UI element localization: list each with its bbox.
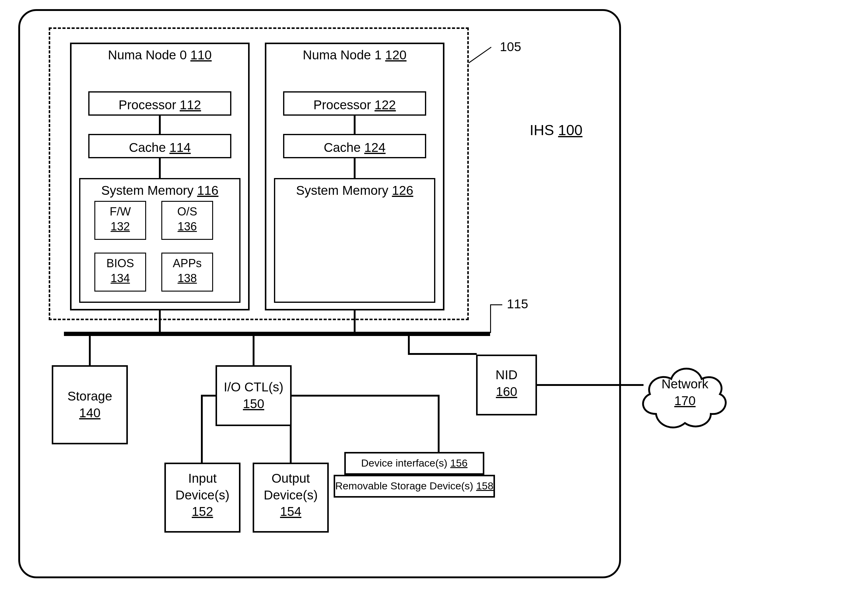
nid-labelrow: NID 160 [478, 356, 535, 400]
devint-text: Device interface(s) [361, 457, 447, 469]
system-memory-1: System Memory 126 [274, 178, 435, 303]
input-l1: Input [166, 470, 239, 487]
input-devices-box: Input Device(s) 152 [164, 463, 240, 533]
conn-ioctl-output [290, 426, 292, 463]
sysmem1-label-row: System Memory 126 [275, 179, 434, 199]
conn-ioctl-righth [292, 395, 439, 397]
devint-ref: 156 [450, 457, 468, 469]
output-l1: Output [254, 470, 327, 487]
storage-text: Storage [53, 388, 126, 405]
network-ref: 170 [645, 393, 724, 409]
input-labelrow: Input Device(s) 152 [166, 464, 239, 520]
node1-ref: 120 [385, 48, 407, 62]
conn-node1-bus [354, 311, 356, 333]
output-l2: Device(s) [254, 487, 327, 504]
conn-bus-storage [89, 333, 91, 365]
system-bus [64, 332, 490, 336]
node0-title: Numa Node 0 110 [71, 48, 248, 62]
input-ref: 152 [166, 503, 239, 520]
os-text: O/S [162, 204, 212, 219]
processor1-ref: 122 [374, 98, 396, 112]
remstor-ref: 158 [476, 480, 493, 491]
processor0-ref: 112 [180, 98, 201, 112]
sysmem0-ref: 116 [197, 183, 218, 198]
output-ref: 154 [254, 503, 327, 520]
nid-box: NID 160 [476, 354, 537, 415]
fw-ref: 132 [95, 219, 145, 234]
processor0-text: Processor [119, 98, 176, 112]
bios-text: BIOS [95, 256, 145, 271]
apps-ref: 138 [162, 271, 212, 286]
remstor-labelrow: Removable Storage Device(s) 158 [335, 476, 493, 493]
conn-nid-network [537, 384, 643, 386]
os-ref: 136 [162, 219, 212, 234]
conn-bus-ioctl [253, 333, 255, 365]
nid-text: NID [478, 367, 535, 384]
processor0-label-row: Processor 112 [89, 92, 230, 114]
storage-ref: 140 [53, 405, 126, 421]
cache-0: Cache 114 [88, 134, 231, 158]
callout-line-115v [490, 304, 491, 333]
processor-1: Processor 122 [283, 91, 426, 116]
nid-ref: 160 [478, 384, 535, 400]
processor1-text: Processor [314, 98, 371, 112]
remstor-text: Removable Storage Device(s) [335, 480, 474, 491]
conn-bus-nidv [408, 333, 410, 354]
conn-cache0-mem0 [159, 158, 161, 178]
input-l2: Device(s) [166, 487, 239, 504]
processor-0: Processor 112 [88, 91, 231, 116]
callout-115: 115 [507, 297, 528, 311]
bios-ref: 134 [95, 271, 145, 286]
devint-labelrow: Device interface(s) 156 [346, 454, 483, 470]
sysmem0-label-row: System Memory 116 [80, 179, 239, 199]
ihs-label: IHS 100 [530, 122, 582, 138]
cache0-text: Cache [129, 140, 165, 155]
apps-text: APPs [162, 256, 212, 271]
callout-line-115h [490, 304, 502, 305]
conn-cache1-mem1 [354, 158, 356, 178]
conn-ioctl-devint [438, 395, 439, 452]
output-devices-box: Output Device(s) 154 [253, 463, 329, 533]
conn-node0-bus [159, 311, 161, 333]
ioctl-ref: 150 [217, 396, 290, 412]
ioctl-text: I/O CTL(s) [217, 379, 290, 396]
conn-proc1-cache1 [354, 116, 356, 134]
conn-ioctl-input [201, 395, 203, 463]
conn-proc0-cache0 [159, 116, 161, 134]
removable-storage-box: Removable Storage Device(s) 158 [334, 475, 495, 498]
ihs-text: IHS [530, 122, 554, 138]
callout-105: 105 [500, 40, 521, 54]
cache1-ref: 124 [364, 140, 386, 155]
network-text: Network [645, 376, 724, 393]
processor1-label-row: Processor 122 [284, 92, 425, 114]
storage-labelrow: Storage 140 [53, 367, 126, 421]
cache0-label-row: Cache 114 [89, 135, 230, 157]
node1-title: Numa Node 1 120 [267, 48, 443, 62]
cache-1: Cache 124 [283, 134, 426, 158]
output-labelrow: Output Device(s) 154 [254, 464, 327, 520]
fw-text: F/W [95, 204, 145, 219]
ioctl-labelrow: I/O CTL(s) 150 [217, 367, 290, 412]
cache0-ref: 114 [170, 140, 191, 155]
network-label: Network 170 [645, 376, 724, 409]
conn-ioctl-left [201, 395, 216, 397]
bios-box: BIOS 134 [94, 253, 146, 292]
cache1-label-row: Cache 124 [284, 135, 425, 157]
os-box: O/S 136 [161, 201, 213, 240]
cache1-text: Cache [323, 140, 360, 155]
sysmem1-text: System Memory [296, 183, 388, 198]
apps-box: APPs 138 [161, 253, 213, 292]
node0-ref: 110 [190, 48, 212, 62]
node1-title-text: Numa Node 1 [303, 48, 382, 62]
conn-bus-nidh [408, 353, 477, 355]
storage-box: Storage 140 [52, 365, 128, 444]
io-controllers-box: I/O CTL(s) 150 [216, 365, 292, 426]
node0-title-text: Numa Node 0 [108, 48, 187, 62]
sysmem1-ref: 126 [392, 183, 413, 198]
firmware-box: F/W 132 [94, 201, 146, 240]
ihs-ref: 100 [558, 122, 582, 138]
device-interfaces-box: Device interface(s) 156 [344, 452, 484, 475]
sysmem0-text: System Memory [101, 183, 193, 198]
